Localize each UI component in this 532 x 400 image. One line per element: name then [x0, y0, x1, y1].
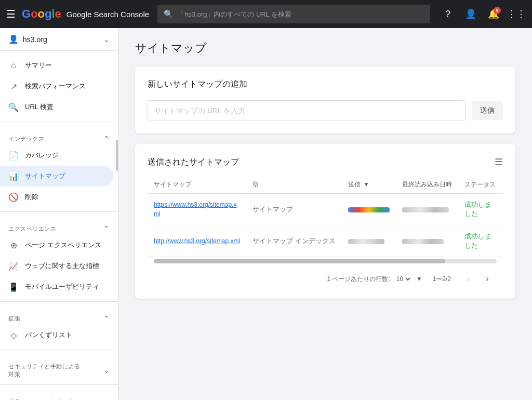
- section-label-security: セキュリティと手動による対策: [8, 363, 80, 378]
- sitemap-link-2[interactable]: http://www.hs3.org/sitemap.xml: [154, 237, 240, 245]
- sidebar: 👤 hs3.org ⌄ ⌂ サマリー ↗ 検索パフォーマンス 🔍 URL 検査: [0, 28, 118, 400]
- sidebar-label-web-vitals: ウェブに関する主な指標: [25, 261, 99, 271]
- help-icon: ?: [445, 9, 450, 20]
- filter-icon[interactable]: ☰: [495, 156, 503, 168]
- account-button[interactable]: 👤: [461, 5, 480, 23]
- section-label-index: インデックス: [8, 135, 44, 143]
- section-label-enhancements: 拡張: [8, 315, 20, 323]
- sitemap-table-wrap: サイトマップ 型 送信 ▼ 最終読み込み日時 ステータス 検出された URL: [148, 176, 503, 257]
- col-header-last-read: 最終読み込み日時: [396, 176, 458, 194]
- search-input[interactable]: [178, 10, 424, 18]
- col-header-status: ステータス: [458, 176, 502, 194]
- sidebar-divider-2: [0, 211, 118, 212]
- sidebar-label-page-experience: ページ エクスペリエンス: [25, 241, 101, 250]
- sidebar-item-summary[interactable]: ⌂ サマリー: [0, 55, 114, 76]
- sidebar-item-web-vitals[interactable]: 📈 ウェブに関する主な指標: [0, 256, 114, 276]
- chevron-down-rows-icon: ▼: [416, 275, 422, 283]
- notification-badge: 9: [494, 7, 501, 14]
- sidebar-item-page-experience[interactable]: ⊕ ページ エクスペリエンス: [0, 235, 114, 256]
- section-header-index: インデックス ⌃: [0, 126, 118, 145]
- table-row: https://www.hs3.org/sitemap.xml サイトマップ 成…: [148, 194, 503, 225]
- sidebar-item-url-inspection[interactable]: 🔍 URL 検査: [0, 97, 114, 117]
- last-read-cell-2: [396, 225, 458, 257]
- sidebar-divider-5: [0, 384, 118, 385]
- search-bar[interactable]: 🔍: [157, 5, 430, 23]
- table-scrollbar-thumb: [154, 259, 445, 263]
- sidebar-item-breadcrumbs[interactable]: ◇ パンくずリスト: [0, 325, 114, 345]
- notification-button[interactable]: 🔔 9: [484, 5, 503, 23]
- property-selector[interactable]: 👤 hs3.org ⌄: [0, 28, 118, 51]
- section-header-enhancements: 拡張 ⌃: [0, 306, 118, 325]
- app-logo: Google Google Search Console: [22, 7, 149, 21]
- sidebar-item-coverage[interactable]: 📄 カバレッジ: [0, 145, 114, 166]
- section-chevron-experience[interactable]: ⌃: [103, 224, 110, 233]
- type-cell-1: サイトマップ: [246, 194, 342, 225]
- section-label-legacy: 以前のツールとレポート: [8, 398, 74, 401]
- section-chevron-security[interactable]: ⌄: [103, 366, 110, 375]
- property-icon: 👤: [8, 34, 19, 44]
- menu-icon[interactable]: ☰: [6, 8, 16, 20]
- rows-per-page-select[interactable]: 10 25 50: [394, 275, 412, 283]
- sitemap-link-1[interactable]: https://www.hs3.org/sitemap.xml: [154, 201, 236, 218]
- sidebar-item-mobile-usability[interactable]: 📱 モバイルユーザビリティ: [0, 276, 114, 297]
- page-title: サイトマップ: [135, 41, 515, 56]
- last-read-cell-1: [396, 194, 458, 225]
- page-experience-icon: ⊕: [8, 241, 19, 250]
- sidebar-item-sitemap[interactable]: 📊 サイトマップ: [0, 166, 114, 186]
- submitted-header: 送信されたサイトマップ ☰: [148, 156, 503, 168]
- web-vitals-icon: 📈: [8, 261, 19, 271]
- last-read-blur-2: [402, 239, 444, 244]
- url-count-cell-2: [502, 225, 503, 257]
- col-header-sitemap: サイトマップ: [148, 176, 246, 194]
- breadcrumb-icon: ◇: [8, 330, 19, 340]
- col-header-sent[interactable]: 送信 ▼: [342, 176, 396, 194]
- section-label-experience: エクスペリエンス: [8, 225, 56, 233]
- coverage-icon: 📄: [8, 151, 19, 161]
- status-cell-2: 成功しました: [458, 225, 502, 257]
- property-name: hs3.org: [23, 35, 99, 44]
- last-read-blur-1: [402, 207, 449, 212]
- sidebar-scrollbar-thumb: [116, 140, 118, 171]
- person-icon: 👤: [465, 8, 476, 20]
- sent-date-blur-1: [348, 207, 390, 212]
- sidebar-item-removal[interactable]: 🚫 削除: [0, 186, 114, 207]
- search-icon: 🔍: [164, 9, 174, 19]
- sidebar-scrollbar[interactable]: [116, 28, 118, 400]
- add-sitemap-row: 送信: [148, 100, 503, 121]
- pagination: 1 ページあたりの行数: 10 25 50 ▼ 1〜2/2 ‹ ›: [148, 265, 503, 286]
- sidebar-item-search-performance[interactable]: ↗ 検索パフォーマンス: [0, 76, 114, 97]
- sidebar-label-breadcrumbs: パンくずリスト: [25, 330, 72, 340]
- section-chevron-legacy[interactable]: ⌄: [103, 397, 110, 400]
- section-header-experience: エクスペリエンス ⌃: [0, 216, 118, 235]
- prev-page-button[interactable]: ‹: [461, 272, 476, 286]
- section-header-legacy: 以前のツールとレポート ⌄: [0, 389, 118, 400]
- sitemap-icon: 📊: [8, 171, 19, 181]
- apps-button[interactable]: ⋮⋮: [507, 5, 526, 23]
- sidebar-label-removal: 削除: [25, 192, 38, 202]
- send-button[interactable]: 送信: [472, 101, 503, 120]
- col-header-type: 型: [246, 176, 342, 194]
- sent-date-blur-2: [348, 239, 384, 244]
- add-sitemap-title: 新しいサイトマップの追加: [148, 79, 503, 90]
- section-chevron-enhancements[interactable]: ⌃: [103, 314, 110, 323]
- sidebar-label-mobile-usability: モバイルユーザビリティ: [25, 282, 99, 291]
- main-content: サイトマップ 新しいサイトマップの追加 送信 送信されたサイトマップ ☰ サイト…: [118, 28, 532, 400]
- sidebar-label-coverage: カバレッジ: [25, 151, 59, 160]
- mobile-icon: 📱: [8, 282, 19, 292]
- table-scrollbar[interactable]: [148, 257, 503, 265]
- table-scrollbar-track: [154, 259, 497, 263]
- status-cell-1: 成功しました: [458, 194, 502, 225]
- sidebar-divider-1: [0, 122, 118, 122]
- sent-date-cell-1: [342, 194, 396, 225]
- removal-icon: 🚫: [8, 192, 19, 202]
- help-button[interactable]: ?: [438, 5, 457, 23]
- table-row: http://www.hs3.org/sitemap.xml サイトマップ イン…: [148, 225, 503, 257]
- section-chevron-index[interactable]: ⌃: [103, 135, 110, 143]
- sidebar-label-url-inspection: URL 検査: [25, 102, 54, 112]
- rows-per-page-label: 1 ページあたりの行数:: [327, 275, 390, 284]
- sitemap-url-input[interactable]: [148, 100, 466, 121]
- topbar-actions: ? 👤 🔔 9 ⋮⋮: [438, 5, 526, 23]
- next-page-button[interactable]: ›: [480, 272, 495, 286]
- sidebar-nav: ⌂ サマリー ↗ 検索パフォーマンス 🔍 URL 検査 インデックス ⌃ 📄 カ: [0, 51, 118, 400]
- sidebar-label-summary: サマリー: [25, 61, 52, 70]
